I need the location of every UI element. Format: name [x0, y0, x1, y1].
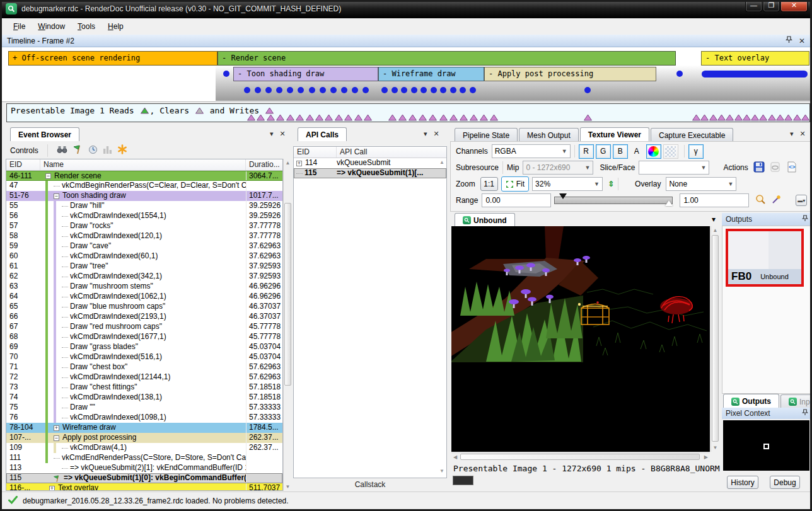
debug-button[interactable]: Debug — [770, 476, 800, 489]
draw-dot[interactable] — [244, 87, 250, 93]
event-row-55[interactable]: 55Draw "hill"39.25926 — [6, 201, 282, 211]
clock-icon[interactable] — [88, 145, 98, 156]
timeline-panel-header[interactable]: Timeline - Frame #2 ✕ — [2, 35, 810, 47]
event-row-64[interactable]: 64vkCmdDrawIndexed(1062,1)46.96296 — [6, 292, 282, 302]
draw-dot[interactable] — [470, 87, 476, 93]
white-point-handle[interactable] — [665, 200, 673, 206]
event-row-107-...[interactable]: 107-...−Apply post processing262.37... — [6, 433, 282, 443]
event-row-116-...[interactable]: 116-...+Text overlay511.7037 — [6, 483, 282, 491]
event-row-75[interactable]: 75Draw ""57.33333 — [6, 403, 282, 413]
timeline-marker[interactable]: - Toon shading draw — [233, 67, 378, 81]
event-row-57[interactable]: 57Draw "rocks"37.77778 — [6, 221, 282, 231]
range-max-field[interactable]: 1.00 — [680, 193, 749, 207]
event-row-63[interactable]: 63Draw "mushroom stems"46.96296 — [6, 282, 282, 292]
event-row-70[interactable]: 70vkCmdDrawIndexed(516,1)45.03704 — [6, 352, 282, 362]
expand-icon[interactable]: + — [49, 486, 55, 491]
channel-a-button[interactable]: A — [630, 147, 644, 156]
timeline[interactable]: + Off-screen scene rendering- Render sce… — [2, 47, 810, 102]
tab-unbound-texture[interactable]: Unbound — [455, 213, 515, 226]
draw-dot[interactable] — [431, 87, 437, 93]
scroll-down-icon[interactable]: ▼ — [711, 444, 719, 452]
scroll-up-icon[interactable]: ▲ — [711, 226, 719, 234]
draw-dot[interactable] — [320, 87, 326, 93]
mip-select[interactable]: 0 - 1272x690▼ — [523, 161, 593, 175]
autofit-wand-icon[interactable] — [771, 194, 782, 207]
channel-r-button[interactable]: R — [579, 144, 594, 159]
open-code-icon[interactable]: <> — [786, 161, 798, 175]
event-row-78-104[interactable]: 78-104+Wireframe draw1784.5... — [6, 423, 282, 433]
pin-icon[interactable] — [802, 215, 808, 224]
range-min-field[interactable]: 0.00 — [482, 193, 551, 207]
timeline-marker[interactable]: - Wireframe draw — [378, 67, 484, 81]
event-row-111[interactable]: 111vkCmdEndRenderPass(C=Store, D=Store, … — [6, 453, 282, 463]
menu-file[interactable]: File — [7, 20, 32, 33]
event-row-60[interactable]: 60vkCmdDrawIndexed(60,1)37.62963 — [6, 251, 282, 261]
tab-inputs[interactable]: Inputs — [780, 394, 812, 408]
bookmark-flag-icon[interactable] — [72, 144, 83, 156]
tab-texture-viewer[interactable]: Texture Viewer — [580, 127, 649, 141]
event-row-74[interactable]: 74vkCmdDrawIndexed(138,1)57.18518 — [6, 393, 282, 403]
draw-dot[interactable] — [362, 87, 369, 93]
event-row-59[interactable]: 59Draw "cave"37.62963 — [6, 241, 282, 251]
gamma-button[interactable]: γ — [688, 144, 704, 159]
api-call-row-115[interactable]: 115=> vkQueueSubmit(1)[... — [294, 168, 446, 178]
zoom-1to1-button[interactable]: 1:1 — [480, 177, 498, 191]
menu-window[interactable]: Window — [32, 20, 71, 33]
event-row-68[interactable]: 68vkCmdDrawIndexed(1677,1)45.77778 — [6, 332, 282, 342]
scrollbar-thumb[interactable] — [284, 203, 291, 386]
event-row-69[interactable]: 69Draw "grass blades"45.03704 — [6, 342, 282, 352]
binoculars-icon[interactable] — [57, 145, 67, 156]
event-row-109[interactable]: 109vkCmdDraw(4,1)262.37... — [6, 443, 282, 453]
chevron-down-icon[interactable]: ▾ — [790, 130, 794, 138]
fb0-thumbnail[interactable]: FB0 Unbound — [726, 229, 804, 287]
black-point-handle[interactable] — [559, 193, 567, 199]
event-row-62[interactable]: 62vkCmdDrawIndexed(342,1)37.92593 — [6, 272, 282, 282]
event-row-58[interactable]: 58vkCmdDrawIndexed(120,1)37.77778 — [6, 231, 282, 241]
draw-dot[interactable] — [411, 87, 417, 93]
event-row-46-111[interactable]: 46-111−Render scene3064.7... — [6, 171, 282, 181]
draw-dot[interactable] — [309, 87, 315, 93]
pin-icon[interactable] — [802, 409, 808, 418]
asterisk-icon[interactable] — [117, 144, 127, 156]
chevron-down-icon[interactable]: ▾ — [424, 130, 427, 138]
close-icon[interactable]: ✕ — [434, 130, 439, 138]
close-icon[interactable]: ✕ — [800, 130, 806, 138]
close-button[interactable]: ✕ — [780, 0, 808, 12]
color-wheel-icon[interactable] — [646, 144, 661, 159]
timeline-marker[interactable]: - Render scene — [218, 51, 676, 66]
event-row-115[interactable]: 115=> vkQueueSubmit(1)[0]: vkBeginComman… — [6, 473, 282, 483]
scroll-down-icon[interactable]: ▼ — [439, 468, 444, 474]
scroll-up-icon[interactable]: ▲ — [284, 159, 292, 167]
callstack-label[interactable]: Callstack — [293, 478, 447, 491]
flip-y-icon[interactable]: ⇕ — [608, 180, 614, 188]
event-row-65[interactable]: 65Draw "blue mushroom caps"46.37037 — [6, 302, 282, 312]
event-row-67[interactable]: 67Draw "red mushroom caps"45.77778 — [6, 322, 282, 332]
pixel-context-view[interactable] — [723, 420, 809, 471]
event-row-76[interactable]: 76vkCmdDrawIndexed(1098,1)57.33333 — [6, 413, 282, 423]
menu-tools[interactable]: Tools — [71, 20, 102, 33]
draw-dot[interactable] — [352, 87, 358, 93]
event-row-61[interactable]: 61Draw "tree"37.92593 — [6, 261, 282, 272]
channel-b-button[interactable]: B — [613, 144, 628, 159]
tab-event-browser[interactable]: Event Browser — [10, 127, 79, 141]
tab-mesh-output[interactable]: Mesh Output — [519, 128, 579, 141]
draw-dot[interactable] — [676, 71, 683, 77]
draw-dot[interactable] — [584, 87, 591, 93]
collapse-icon[interactable]: − — [54, 435, 59, 441]
draw-dot[interactable] — [223, 71, 229, 77]
tab-pipeline-state[interactable]: Pipeline State — [455, 128, 518, 141]
expand-icon[interactable]: + — [54, 425, 59, 431]
history-button[interactable]: History — [727, 476, 758, 489]
menu-help[interactable]: Help — [102, 20, 130, 33]
sliceface-select[interactable]: ▼ — [639, 161, 709, 175]
event-row-71[interactable]: 71Draw "chest box"57.62963 — [6, 362, 282, 372]
channels-select[interactable]: RGBA▼ — [492, 144, 571, 158]
close-icon[interactable]: ✕ — [280, 130, 286, 138]
draw-dot[interactable] — [450, 87, 456, 93]
scroll-down-icon[interactable]: ▼ — [284, 483, 292, 491]
event-table-header[interactable]: EID Name Duratio... — [6, 159, 282, 171]
chevron-down-icon[interactable]: ▾ — [712, 215, 716, 224]
event-browser-scrollbar[interactable]: ▲ ▼ — [283, 159, 292, 491]
texture-hscrollbar[interactable]: ◀ ▶ — [451, 452, 710, 461]
draw-dot[interactable] — [341, 87, 347, 93]
